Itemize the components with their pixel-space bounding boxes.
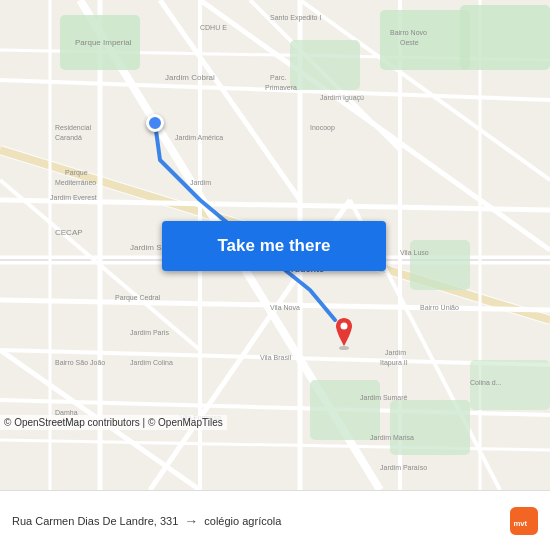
svg-text:Santo Expedito I: Santo Expedito I (270, 14, 321, 22)
moovit-footer-bar: Rua Carmen Dias De Landre, 331 → colégio… (0, 490, 550, 550)
svg-text:Jardim Sumaré: Jardim Sumaré (360, 394, 408, 401)
svg-rect-30 (290, 40, 360, 90)
svg-text:Jardim Iguaçú: Jardim Iguaçú (320, 94, 364, 102)
take-me-there-button[interactable]: Take me there (162, 221, 386, 271)
svg-text:Colina d...: Colina d... (470, 379, 502, 386)
svg-rect-33 (390, 400, 470, 455)
svg-text:Jardim Paris: Jardim Paris (130, 329, 169, 336)
svg-text:Carandá: Carandá (55, 134, 82, 141)
svg-text:Bairro Novo: Bairro Novo (390, 29, 427, 36)
svg-text:Jardim América: Jardim América (175, 134, 223, 141)
svg-text:CDHU E: CDHU E (200, 24, 227, 31)
destination-pin (332, 318, 356, 350)
svg-text:Jardim Paraíso: Jardim Paraíso (380, 464, 427, 471)
svg-text:Parque Imperial: Parque Imperial (75, 38, 132, 47)
svg-text:Vila Nova: Vila Nova (270, 304, 300, 311)
map-container: Parque Imperial Bairro Novo Oeste CDHU E… (0, 0, 550, 490)
svg-text:Jardim: Jardim (385, 349, 406, 356)
svg-text:Vila Luso: Vila Luso (400, 249, 429, 256)
svg-text:Jardim: Jardim (190, 179, 211, 186)
svg-text:Jardim Colina: Jardim Colina (130, 359, 173, 366)
svg-rect-28 (380, 10, 470, 70)
map-attribution: © OpenStreetMap contributors | © OpenMap… (0, 415, 227, 430)
svg-text:Jardim Everest: Jardim Everest (50, 194, 97, 201)
route-info: Rua Carmen Dias De Landre, 331 → colégio… (12, 513, 510, 529)
svg-point-73 (339, 346, 349, 350)
origin-label: Rua Carmen Dias De Landre, 331 (12, 515, 178, 527)
svg-text:Inocoop: Inocoop (310, 124, 335, 132)
moovit-logo-icon: mvt (510, 507, 538, 535)
svg-rect-29 (460, 5, 550, 70)
svg-text:CECAP: CECAP (55, 228, 83, 237)
svg-text:Bairro São João: Bairro São João (55, 359, 105, 366)
svg-rect-31 (410, 240, 470, 290)
svg-text:Itapura II: Itapura II (380, 359, 408, 367)
svg-point-74 (341, 323, 348, 330)
svg-text:Mediterrâneo: Mediterrâneo (55, 179, 96, 186)
svg-rect-32 (310, 380, 380, 440)
svg-text:Vila Brasil: Vila Brasil (260, 354, 291, 361)
destination-label: colégio agrícola (204, 515, 281, 527)
origin-dot (146, 114, 164, 132)
arrow-icon: → (184, 513, 198, 529)
svg-text:Jardim Cobral: Jardim Cobral (165, 73, 215, 82)
svg-text:Oeste: Oeste (400, 39, 419, 46)
moovit-logo: mvt (510, 507, 538, 535)
svg-text:Parc.: Parc. (270, 74, 286, 81)
svg-text:Parque Cedral: Parque Cedral (115, 294, 161, 302)
svg-text:mvt: mvt (514, 518, 528, 527)
svg-text:Parque: Parque (65, 169, 88, 177)
svg-text:Bairro União: Bairro União (420, 304, 459, 311)
svg-text:Primavera: Primavera (265, 84, 297, 91)
svg-text:Jardim Marisa: Jardim Marisa (370, 434, 414, 441)
svg-text:Residencial: Residencial (55, 124, 92, 131)
